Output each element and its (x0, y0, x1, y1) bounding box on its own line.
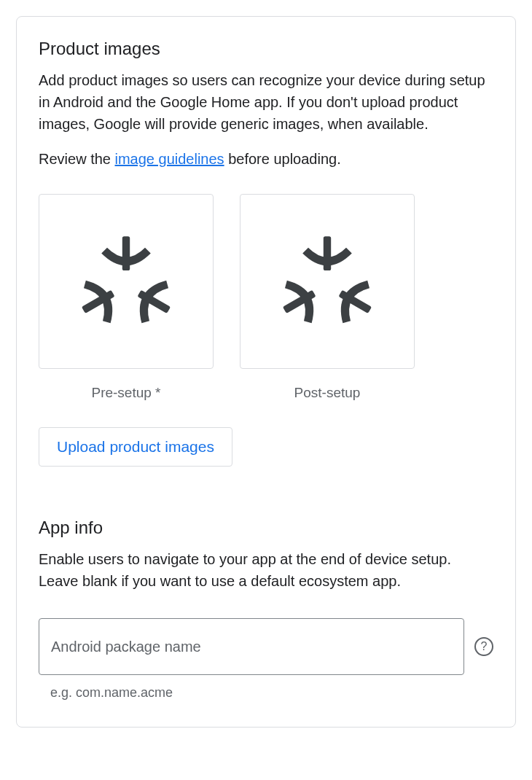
review-suffix: before uploading. (224, 151, 341, 167)
package-name-input-wrap (39, 618, 464, 675)
app-info-description: Enable users to navigate to your app at … (39, 548, 493, 592)
post-setup-image-item: Post-setup (240, 194, 415, 401)
pre-setup-caption: Pre-setup * (91, 385, 160, 401)
review-guidelines-line: Review the image guidelines before uploa… (39, 151, 493, 168)
post-setup-caption: Post-setup (294, 385, 361, 401)
image-guidelines-link[interactable]: image guidelines (115, 151, 224, 167)
product-images-description: Add product images so users can recogniz… (39, 69, 493, 135)
post-setup-image-box[interactable] (240, 194, 415, 369)
pre-setup-image-box[interactable] (39, 194, 214, 369)
product-images-title: Product images (39, 39, 493, 59)
settings-card: Product images Add product images so use… (16, 16, 516, 728)
help-icon[interactable]: ? (474, 637, 493, 656)
product-image-row: Pre-setup * (39, 194, 493, 401)
pre-setup-image-item: Pre-setup * (39, 194, 214, 401)
review-prefix: Review the (39, 151, 115, 167)
package-name-hint: e.g. com.name.acme (50, 685, 493, 701)
android-package-name-input[interactable] (39, 618, 464, 675)
upload-product-images-button[interactable]: Upload product images (39, 427, 232, 467)
app-info-title: App info (39, 518, 493, 538)
matter-logo-icon (79, 233, 173, 330)
matter-logo-icon (280, 233, 375, 330)
package-name-row: ? (39, 618, 493, 675)
